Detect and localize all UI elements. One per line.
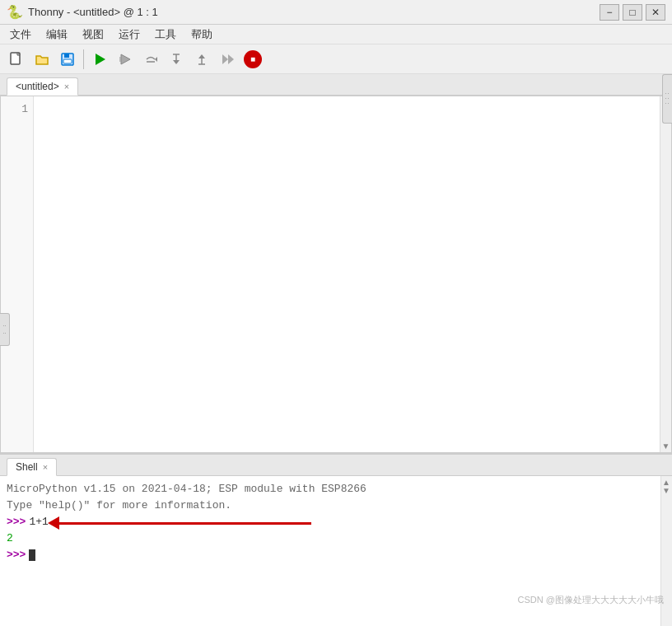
menu-run[interactable]: 运行 [112,26,147,44]
open-file-button[interactable] [30,48,54,71]
editor-tabs: <untitled> × [0,74,672,96]
svg-rect-2 [64,54,69,58]
run-button[interactable] [88,48,111,71]
step-out-button[interactable] [190,48,213,71]
shell-output-1: 2 [7,530,654,547]
shell-info-line1: MicroPython v1.15 on 2021-04-18; ESP mod… [7,481,654,498]
title-text: Thonny - <untitled> @ 1 : 1 [28,6,158,18]
step-into-button[interactable] [165,48,188,71]
svg-marker-9 [155,57,157,62]
main-container: 1 ▲ ▼ Shell × MicroPython v1.15 on 2021-… [0,96,672,626]
shell-prompt-2: >>> [7,547,26,563]
editor-tab-untitled[interactable]: <untitled> × [7,77,78,96]
editor-scrollbar[interactable]: ▲ ▼ [660,96,671,452]
svg-marker-5 [121,54,130,64]
editor-tab-label: <untitled> [16,81,59,92]
shell-tab-close[interactable]: × [43,462,48,472]
right-side-handle[interactable]: ······ [662,74,672,124]
svg-marker-18 [228,54,234,64]
shell-content[interactable]: MicroPython v1.15 on 2021-04-18; ESP mod… [0,476,660,626]
menu-bar: 文件 编辑 视图 运行 工具 帮助 [0,25,672,44]
menu-file[interactable]: 文件 [3,26,38,44]
shell-with-scroll: MicroPython v1.15 on 2021-04-18; ESP mod… [0,476,672,626]
debug-button[interactable] [114,48,137,71]
svg-marker-4 [96,54,105,65]
svg-rect-3 [63,59,72,63]
left-handle-dots: ···· [2,322,6,337]
new-file-button[interactable] [5,48,28,71]
shell-scroll-down[interactable]: ▼ [661,486,671,496]
shell-input-text-1: 1+1 [29,514,48,530]
line-numbers: 1 [1,96,34,452]
shell-scrollbar[interactable]: ▲ ▼ [660,476,672,626]
step-over-button[interactable] [139,48,162,71]
stop-button[interactable]: ■ [241,48,264,71]
menu-help[interactable]: 帮助 [184,26,219,44]
save-file-button[interactable] [56,48,79,71]
title-bar-left: 🐍 Thonny - <untitled> @ 1 : 1 [7,4,158,20]
shell-panel: Shell × MicroPython v1.15 on 2021-04-18;… [0,453,672,626]
menu-tools[interactable]: 工具 [148,26,183,44]
svg-marker-17 [222,54,228,64]
red-arrow [48,516,311,530]
shell-input-line-2: >>> [7,547,654,563]
title-bar: 🐍 Thonny - <untitled> @ 1 : 1 − □ ✕ [0,0,672,25]
maximize-button[interactable]: □ [623,4,642,21]
shell-scroll-up[interactable]: ▲ [661,476,671,486]
close-button[interactable]: ✕ [646,4,665,21]
handle-dots: ······ [665,91,670,106]
svg-marker-12 [173,60,180,64]
shell-tab[interactable]: Shell × [7,458,57,476]
menu-view[interactable]: 视图 [76,26,110,44]
arrow-head [48,516,59,530]
shell-input-line-1: >>> 1+1 [7,514,654,530]
scroll-down-arrow[interactable]: ▼ [661,441,671,451]
code-editor: 1 ▲ ▼ [0,96,672,453]
shell-tabs: Shell × [0,455,672,476]
shell-info-line2: Type "help()" for more information. [7,498,654,514]
toolbar-sep-1 [83,49,84,69]
menu-edit[interactable]: 编辑 [40,26,74,44]
toolbar: ■ [0,44,672,74]
left-side-handle[interactable]: ···· [0,313,10,346]
line-number-1: 1 [1,101,33,118]
arrow-line [59,522,311,525]
editor-content[interactable] [34,96,660,452]
minimize-button[interactable]: − [600,4,619,21]
app-icon: 🐍 [7,4,23,20]
shell-cursor [29,549,35,561]
shell-tab-label: Shell [16,461,38,473]
window-controls: − □ ✕ [600,4,665,21]
shell-prompt-1: >>> [7,514,26,530]
resume-button[interactable] [216,48,239,71]
svg-marker-15 [198,54,205,58]
editor-tab-close[interactable]: × [64,82,69,91]
